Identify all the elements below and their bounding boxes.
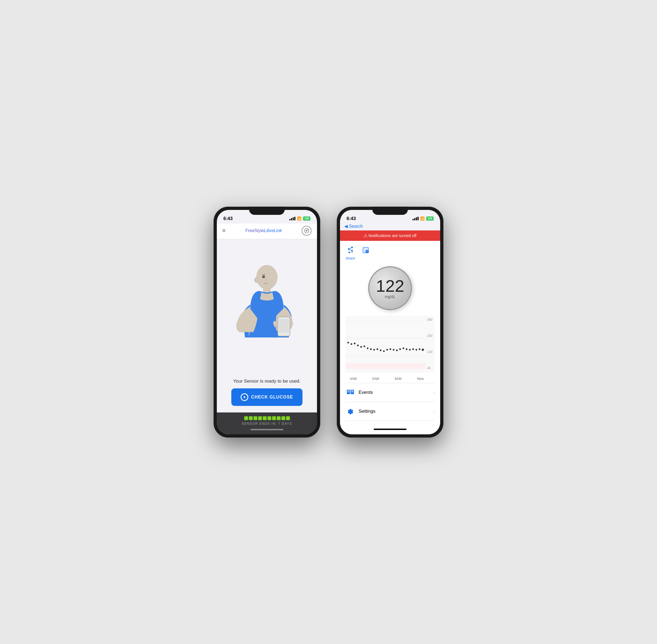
x-label-6am: 6AM (395, 377, 402, 381)
svg-point-28 (360, 346, 362, 348)
chart-svg (345, 316, 435, 372)
svg-line-13 (349, 249, 352, 250)
app-logo: FreeStyleLibreLink (245, 228, 282, 233)
back-area: ◀ Search (340, 224, 440, 230)
y-label-40: 40 (427, 366, 432, 370)
share-button[interactable]: Share (345, 245, 355, 260)
time-1: 6:43 (223, 216, 233, 222)
x-label-now: Now (417, 377, 424, 381)
svg-point-9 (348, 248, 349, 250)
logbook-button[interactable]: + (361, 245, 371, 260)
home-indicator-1 (250, 429, 283, 430)
hamburger-icon[interactable]: ≡ (222, 227, 226, 234)
phone-2: 6:43 📶 100 ◀ Search ⚠ Notif (337, 207, 444, 438)
svg-point-35 (383, 350, 385, 352)
notch-2 (372, 207, 408, 215)
svg-rect-50 (347, 391, 349, 391)
screen-2: 6:43 📶 100 ◀ Search ⚠ Notif (340, 210, 440, 434)
share-icon (345, 245, 355, 255)
svg-point-30 (367, 347, 368, 349)
svg-point-47 (422, 348, 424, 351)
phones-container: 6:43 📶 100 ≡ FreeStyleLibreLink (213, 207, 444, 438)
svg-point-8 (264, 276, 265, 277)
svg-rect-52 (351, 391, 354, 391)
battery-1: 100 (303, 216, 311, 221)
svg-line-12 (349, 248, 352, 249)
notch-1 (249, 207, 285, 215)
home-indicator-area-2 (340, 425, 440, 434)
svg-point-24 (347, 342, 349, 343)
notification-text: ⚠ Notifications are turned off (364, 233, 416, 238)
glucose-value: 122 (376, 278, 404, 295)
svg-point-40 (400, 348, 401, 350)
events-menu-item[interactable]: Events › (345, 383, 435, 402)
person-illustration-area (222, 242, 312, 378)
svg-point-34 (380, 349, 381, 351)
svg-point-14 (348, 252, 350, 253)
svg-rect-20 (345, 363, 425, 369)
svg-point-46 (419, 348, 421, 350)
svg-point-44 (412, 348, 414, 350)
svg-point-10 (351, 247, 353, 248)
share-label: Share (346, 256, 355, 260)
glucose-chart: 300 200 100 40 (345, 316, 435, 372)
settings-menu-item[interactable]: Settings › (345, 402, 435, 421)
svg-point-11 (351, 250, 353, 252)
events-label: Events (359, 390, 433, 395)
svg-point-3 (254, 277, 259, 283)
svg-rect-4 (263, 287, 271, 293)
svg-point-1 (306, 230, 308, 232)
signal-icon-2 (412, 217, 418, 220)
svg-point-29 (364, 345, 365, 347)
scan-circle-icon (241, 393, 248, 401)
notification-banner: ⚠ Notifications are turned off (340, 230, 440, 241)
x-label-5am: 5AM (372, 377, 379, 381)
glucose-unit: mg/dL (385, 295, 395, 299)
events-chevron: › (433, 390, 435, 395)
svg-point-31 (370, 348, 372, 350)
svg-point-33 (377, 348, 378, 350)
status-icons-2: 📶 100 (412, 216, 434, 221)
glucose-circle[interactable]: 122 mg/dL (368, 266, 412, 310)
svg-point-45 (415, 349, 417, 350)
phone1-footer: SENSOR ENDS IN: 7 DAYS (217, 412, 317, 434)
glucose-display: 122 mg/dL ▷ (345, 266, 435, 310)
svg-point-41 (402, 347, 404, 349)
svg-point-32 (373, 349, 375, 350)
wifi-icon-2: 📶 (420, 216, 425, 221)
home-indicator-2 (374, 429, 407, 430)
check-glucose-button[interactable]: CHECK GLUCOSE (231, 388, 302, 406)
svg-point-26 (354, 342, 356, 344)
back-button[interactable]: ◀ Search (344, 224, 436, 229)
check-glucose-label: CHECK GLUCOSE (251, 395, 293, 399)
settings-chevron: › (433, 409, 435, 414)
settings-label: Settings (359, 409, 433, 414)
status-icons-1: 📶 100 (289, 216, 311, 221)
person-svg (231, 261, 302, 359)
svg-rect-6 (279, 319, 289, 332)
action-buttons: Share + (345, 245, 435, 260)
chart-dots (347, 342, 424, 352)
logo-librelink: LibreLink (264, 228, 282, 233)
screen-1: 6:43 📶 100 ≡ FreeStyleLibreLink (217, 210, 317, 434)
sensor-progress-bars (244, 416, 290, 420)
svg-point-42 (406, 348, 407, 350)
svg-point-39 (396, 349, 398, 351)
svg-text:+: + (366, 250, 368, 253)
logo-freestyle: FreeStyle (245, 228, 264, 233)
svg-rect-53 (351, 392, 354, 392)
svg-point-2 (256, 265, 277, 289)
menu-items: Events › Settings › (345, 383, 435, 421)
time-2: 6:43 (346, 216, 356, 222)
events-icon (345, 388, 355, 397)
settings-icon (345, 407, 355, 416)
phone-1: 6:43 📶 100 ≡ FreeStyleLibreLink (213, 207, 320, 438)
y-label-100: 100 (427, 350, 432, 354)
svg-rect-51 (347, 392, 349, 392)
signal-icon-1 (289, 217, 295, 220)
svg-point-25 (351, 343, 352, 345)
app-header-1: ≡ FreeStyleLibreLink (217, 224, 317, 239)
svg-point-27 (357, 345, 359, 346)
y-label-300: 300 (427, 318, 432, 322)
scan-button[interactable] (302, 226, 312, 236)
